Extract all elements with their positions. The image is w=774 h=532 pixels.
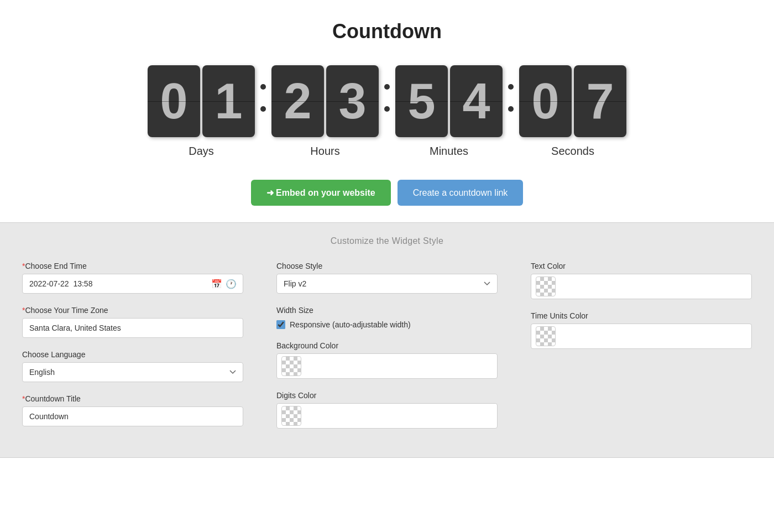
hours-group: 2 3 Hours: [271, 65, 379, 158]
column-2: Choose Style Flip v2 Flip v1 Circle Mini…: [276, 262, 498, 441]
dot-bottom-3: [508, 106, 514, 112]
language-label: Choose Language: [22, 350, 243, 359]
days-group: 0 1 Days: [148, 65, 255, 158]
countdown-title-label: *Countdown Title: [22, 394, 243, 403]
time-units-color-input-row[interactable]: [531, 324, 752, 349]
seconds-label: Seconds: [551, 145, 594, 158]
bg-color-input-row[interactable]: [276, 353, 498, 379]
minutes-ones: 4: [450, 65, 503, 137]
clock-icon[interactable]: 🕐: [226, 279, 237, 289]
width-group: Width Size Responsive (auto-adjustable w…: [276, 306, 498, 329]
responsive-checkbox[interactable]: [276, 320, 285, 329]
text-color-group: Text Color: [531, 262, 752, 299]
bg-color-label: Background Color: [276, 341, 498, 350]
digits-color-group: Digits Color: [276, 391, 498, 429]
create-link-button[interactable]: Create a countdown link: [398, 180, 524, 206]
separator-1: [260, 84, 266, 139]
days-cards: 0 1: [148, 65, 255, 137]
timezone-group: *Choose Your Time Zone: [22, 306, 243, 338]
responsive-row: Responsive (auto-adjustable width): [276, 320, 498, 329]
countdown-title-group: *Countdown Title: [22, 394, 243, 426]
text-color-input-row[interactable]: [531, 274, 752, 299]
dot-bottom-2: [384, 106, 390, 112]
hours-label: Hours: [310, 145, 339, 158]
column-3: Text Color Time Units Color: [531, 262, 752, 441]
digits-color-input-row[interactable]: [276, 403, 498, 429]
style-group: Choose Style Flip v2 Flip v1 Circle Mini…: [276, 262, 498, 294]
style-select[interactable]: Flip v2 Flip v1 Circle Minimal: [276, 274, 498, 294]
timezone-label: *Choose Your Time Zone: [22, 306, 243, 315]
date-input-wrapper: 📅 🕐: [22, 274, 243, 294]
customize-title: Customize the Widget Style: [22, 236, 752, 246]
dot-top-3: [508, 84, 514, 90]
hours-tens: 2: [271, 65, 324, 137]
column-1: *Choose End Time 📅 🕐 *Choose Your Time Z…: [22, 262, 243, 441]
dot-top-2: [384, 84, 390, 90]
end-time-input[interactable]: [22, 274, 243, 294]
required-star-3: *: [22, 394, 25, 403]
language-select[interactable]: English Spanish French German Italian: [22, 362, 243, 382]
minutes-group: 5 4 Minutes: [395, 65, 503, 158]
minutes-label: Minutes: [430, 145, 468, 158]
countdown-title-input[interactable]: [22, 406, 243, 426]
form-grid: *Choose End Time 📅 🕐 *Choose Your Time Z…: [22, 262, 752, 441]
time-units-color-label: Time Units Color: [531, 311, 752, 320]
dot-top: [260, 84, 266, 90]
language-group: Choose Language English Spanish French G…: [22, 350, 243, 382]
minutes-tens: 5: [395, 65, 448, 137]
timezone-input[interactable]: [22, 318, 243, 338]
seconds-ones: 7: [574, 65, 626, 137]
time-units-color-group: Time Units Color: [531, 311, 752, 349]
style-label: Choose Style: [276, 262, 498, 270]
end-time-label: *Choose End Time: [22, 262, 243, 270]
countdown-display: 0 1 Days 2 3 Hours 5: [0, 60, 774, 169]
hours-cards: 2 3: [271, 65, 379, 137]
required-star-2: *: [22, 306, 25, 315]
text-color-swatch[interactable]: [536, 277, 556, 296]
days-ones: 1: [202, 65, 255, 137]
calendar-icon[interactable]: 📅: [211, 279, 222, 289]
seconds-cards: 0 7: [519, 65, 626, 137]
hours-ones: 3: [326, 65, 379, 137]
separator-2: [384, 84, 390, 139]
text-color-label: Text Color: [531, 262, 752, 270]
bg-color-group: Background Color: [276, 341, 498, 379]
action-buttons: ➜ Embed on your website Create a countdo…: [0, 169, 774, 222]
seconds-group: 0 7 Seconds: [519, 65, 626, 158]
width-label: Width Size: [276, 306, 498, 315]
dot-bottom: [260, 106, 266, 112]
date-icons: 📅 🕐: [211, 279, 237, 289]
end-time-group: *Choose End Time 📅 🕐: [22, 262, 243, 294]
page-title: Countdown: [0, 0, 774, 60]
seconds-tens: 0: [519, 65, 572, 137]
digits-color-label: Digits Color: [276, 391, 498, 400]
days-label: Days: [189, 145, 214, 158]
responsive-label: Responsive (auto-adjustable width): [290, 320, 411, 329]
customize-section: Customize the Widget Style *Choose End T…: [0, 222, 774, 458]
time-units-color-swatch[interactable]: [536, 326, 556, 346]
digits-color-swatch[interactable]: [281, 406, 301, 426]
minutes-cards: 5 4: [395, 65, 503, 137]
embed-button[interactable]: ➜ Embed on your website: [251, 180, 391, 206]
separator-3: [508, 84, 514, 139]
days-tens: 0: [148, 65, 200, 137]
bg-color-swatch[interactable]: [281, 356, 301, 376]
